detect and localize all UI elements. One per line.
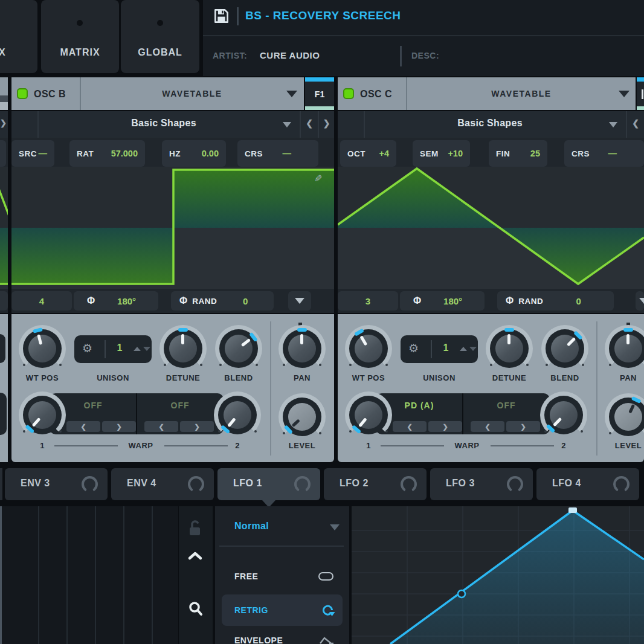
lock-icon[interactable] xyxy=(188,520,204,536)
osc-b-level-knob[interactable] xyxy=(283,398,321,436)
osc-b-warp2-prev[interactable]: ❮ xyxy=(144,421,178,432)
osc-b-power-led[interactable] xyxy=(17,88,28,99)
osc-c-pan-label: PAN xyxy=(620,373,637,382)
osc-c-warp2-mode[interactable]: OFF xyxy=(463,401,550,410)
osc-b-detune-knob[interactable] xyxy=(164,329,202,368)
osc-b-unison-voices[interactable]: 1 xyxy=(112,343,127,353)
osc-b-edit-pencil-icon[interactable]: ✎ xyxy=(314,173,322,184)
osc-b-wavetable-name[interactable]: Basic Shapes xyxy=(37,118,290,129)
osc-c-waveform[interactable] xyxy=(338,167,644,289)
osc-c-wave-dropdown[interactable] xyxy=(636,291,644,311)
osc-b-warp2-mode[interactable]: OFF xyxy=(137,401,224,410)
osc-b-param-hz[interactable]: HZ0.00 xyxy=(162,140,226,167)
osc-c-title: OSC C xyxy=(360,89,392,100)
osc-c-warp-box: PD (A) OFF ❮ ❯ ❮ ❯ xyxy=(376,393,550,434)
keyboard-panel xyxy=(0,506,178,644)
unison-spinner[interactable] xyxy=(460,343,477,353)
osc-b-warp2-next[interactable]: ❯ xyxy=(180,421,214,432)
osc-c-unison-voices[interactable]: 1 xyxy=(438,343,454,353)
osc-b-warp2-knob[interactable] xyxy=(218,396,257,434)
save-icon[interactable] xyxy=(213,8,230,24)
tab-lfo1[interactable]: LFO 1 xyxy=(217,468,320,500)
gear-icon[interactable]: ⚙ xyxy=(408,341,419,355)
osc-c-blend-knob[interactable] xyxy=(546,329,584,368)
osc-c-rand-box[interactable]: Φ RAND 0 xyxy=(497,291,614,311)
osc-b-next-wavetable[interactable]: ❯ xyxy=(319,118,334,128)
search-icon[interactable] xyxy=(187,601,204,617)
osc-c-param-oct[interactable]: OCT+4 xyxy=(340,140,396,167)
envelope-icon xyxy=(319,637,335,644)
osc-c-param-fin[interactable]: FIN25 xyxy=(489,140,547,167)
osc-c-power-led[interactable] xyxy=(343,88,354,99)
osc-b-warp1-next[interactable]: ❯ xyxy=(102,421,136,432)
osc-c-fx-box[interactable] xyxy=(637,77,644,110)
tab-env4[interactable]: ENV 4 xyxy=(111,468,214,500)
osc-c-warp1-knob[interactable] xyxy=(349,396,388,434)
osc-b-fx-box[interactable]: F1 xyxy=(305,77,334,110)
osc-b-param-src[interactable]: SRC— xyxy=(11,140,54,167)
osc-b-warp1-prev[interactable]: ❮ xyxy=(66,421,100,432)
tab-global[interactable]: GLOBAL xyxy=(121,0,199,73)
osc-c-wtpos-knob[interactable] xyxy=(349,329,388,368)
tab-global-label: GLOBAL xyxy=(121,47,199,58)
osc-b-wtpos-label: WT POS xyxy=(26,373,59,382)
osc-b-waveform[interactable] xyxy=(11,167,334,289)
osc-b-wtpos-knob[interactable] xyxy=(23,329,62,368)
osc-b-param-rat[interactable]: RAT57.000 xyxy=(69,140,145,167)
osc-c-frame-box[interactable]: 3 xyxy=(338,291,398,311)
osc-c-warp1-prev[interactable]: ❮ xyxy=(393,421,427,432)
tab-matrix[interactable]: MATRIX xyxy=(41,0,119,73)
osc-b-mode-dropdown[interactable]: WAVETABLE xyxy=(81,89,303,98)
artist-value[interactable]: CURE AUDIO xyxy=(260,50,320,60)
tab-lfo2[interactable]: LFO 2 xyxy=(324,468,427,500)
tab-lfo3[interactable]: LFO 3 xyxy=(430,468,533,500)
osc-c-level-knob[interactable] xyxy=(609,398,644,436)
osc-b-rand-box[interactable]: Φ RAND 0 xyxy=(171,291,274,311)
osc-c-pan-knob[interactable] xyxy=(609,329,644,368)
osc-c-warp2-knob[interactable] xyxy=(544,396,583,434)
osc-c-warp2-next[interactable]: ❯ xyxy=(506,421,540,432)
osc-b-warp1-knob[interactable] xyxy=(23,396,62,434)
tab-lfo4[interactable]: LFO 4 xyxy=(536,468,639,500)
unison-spinner[interactable] xyxy=(134,343,150,353)
gear-icon[interactable]: ⚙ xyxy=(82,341,92,355)
osc-c-warp1-next[interactable]: ❯ xyxy=(428,421,462,432)
tab-matrix-label: MATRIX xyxy=(41,47,119,58)
preset-header: BS - RECOVERY SCREECH ARTIST: CURE AUDIO… xyxy=(203,0,644,76)
osc-c-wavetable-name[interactable]: Basic Shapes xyxy=(364,118,616,129)
osc-c-prev-wavetable[interactable]: ❮ xyxy=(627,118,644,128)
lfo-retrig-item[interactable]: RETRIG xyxy=(234,605,268,615)
osc-c-phase-box[interactable]: Φ 180° xyxy=(400,291,485,311)
osc-c-param-crs[interactable]: CRS— xyxy=(564,140,644,167)
osc-b-wavetable-caret[interactable] xyxy=(283,122,291,127)
osc-c-wavetable-caret[interactable] xyxy=(609,122,617,127)
osc-b-header: OSC B WAVETABLE xyxy=(11,77,304,110)
phase-rand-icon: Φ xyxy=(506,295,514,306)
osc-c-detune-knob[interactable] xyxy=(490,329,529,368)
osc-b-wave-dropdown[interactable] xyxy=(288,291,311,311)
osc-b-frame-box[interactable]: 4 xyxy=(11,291,72,311)
lfo-editor-grid[interactable] xyxy=(352,506,644,644)
matrix-dot xyxy=(77,20,83,26)
phase-icon: Φ xyxy=(413,295,421,306)
osc-b-pan-knob[interactable] xyxy=(283,329,321,368)
lfo-mode-caret[interactable] xyxy=(330,524,340,530)
osc-b-phase-box[interactable]: Φ 180° xyxy=(74,291,158,311)
osc-c-param-sem[interactable]: SEM+10 xyxy=(413,140,470,167)
osc-b-prev-wavetable[interactable]: ❮ xyxy=(301,118,318,128)
retrig-icon xyxy=(320,604,336,617)
chevron-up-icon[interactable] xyxy=(187,551,203,561)
osc-c-unison-box[interactable]: ⚙ 1 xyxy=(401,335,478,363)
osc-b-unison-box[interactable]: ⚙ 1 xyxy=(74,335,152,363)
tab-fx[interactable]: X xyxy=(0,0,37,73)
lfo-free-item[interactable]: FREE xyxy=(234,572,258,581)
tab-env3[interactable]: ENV 3 xyxy=(5,468,108,500)
osc-b-param-crs[interactable]: CRS— xyxy=(237,140,318,167)
osc-c-mode-dropdown[interactable]: WAVETABLE xyxy=(407,89,636,98)
osc-b-blend-knob[interactable] xyxy=(219,329,258,368)
lfo-envelope-item[interactable]: ENVELOPE xyxy=(234,636,283,644)
free-toggle-icon[interactable] xyxy=(318,572,333,581)
lfo-mode-dropdown[interactable]: Normal xyxy=(234,521,269,532)
osc-c-warp2-prev[interactable]: ❮ xyxy=(471,421,504,432)
preset-title[interactable]: BS - RECOVERY SCREECH xyxy=(245,9,401,22)
